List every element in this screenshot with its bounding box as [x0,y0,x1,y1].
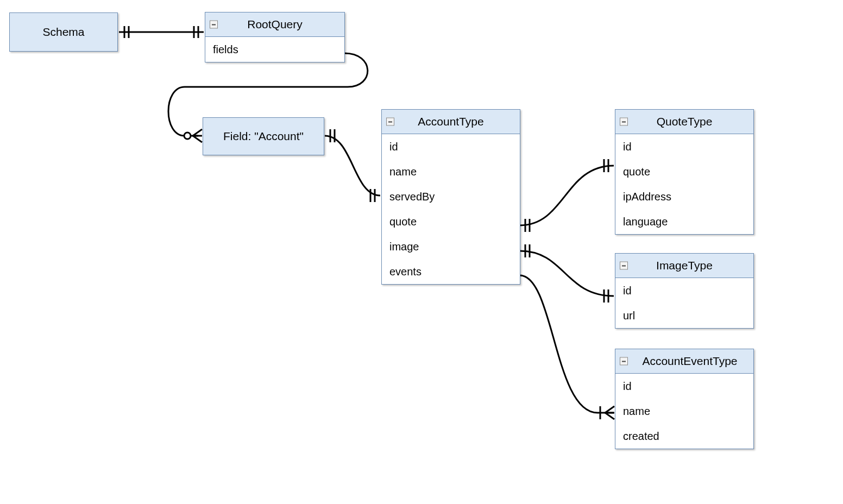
box-accounteventtype-title: AccountEventType [642,355,737,367]
box-imagetype[interactable]: ImageType id url [615,253,754,329]
box-field-account-title: Field: "Account" [223,130,304,143]
svg-point-0 [184,133,191,139]
box-schema[interactable]: Schema [9,12,118,52]
box-imagetype-title: ImageType [656,259,713,272]
field-item: image [382,234,520,259]
box-imagetype-header: ImageType [615,254,753,278]
field-item: quote [615,159,753,184]
box-quotetype[interactable]: QuoteType id quote ipAddress language [615,109,754,235]
box-field-account[interactable]: Field: "Account" [203,117,324,155]
field-item: name [615,399,753,424]
box-rootquery-title: RootQuery [247,18,303,30]
box-accounttype[interactable]: AccountType id name servedBy quote image… [381,109,520,285]
box-rootquery[interactable]: RootQuery fields [205,12,345,62]
box-accounteventtype[interactable]: AccountEventType id name created [615,349,754,449]
field-item: language [615,209,753,234]
box-accounteventtype-header: AccountEventType [615,349,753,374]
box-quotetype-title: QuoteType [657,115,713,128]
field-item: id [615,134,753,159]
field-item: id [615,278,753,303]
collapse-icon[interactable] [210,21,218,29]
field-item: url [615,303,753,328]
field-item: quote [382,209,520,234]
collapse-icon[interactable] [620,118,628,126]
field-item: events [382,259,520,284]
collapse-icon[interactable] [386,118,394,126]
field-item: name [382,159,520,184]
box-schema-title: Schema [42,26,84,39]
field-item: created [615,424,753,449]
collapse-icon[interactable] [620,262,628,270]
box-accounttype-title: AccountType [418,115,483,128]
field-item: id [615,374,753,399]
field-item: servedBy [382,184,520,209]
field-item: id [382,134,520,159]
box-accounttype-header: AccountType [382,110,520,134]
box-rootquery-header: RootQuery [205,12,344,37]
field-item: fields [205,37,344,62]
box-quotetype-header: QuoteType [615,110,753,134]
field-item: ipAddress [615,184,753,209]
diagram-canvas: Schema RootQuery fields Field: "Account"… [0,0,843,504]
collapse-icon[interactable] [620,357,628,366]
